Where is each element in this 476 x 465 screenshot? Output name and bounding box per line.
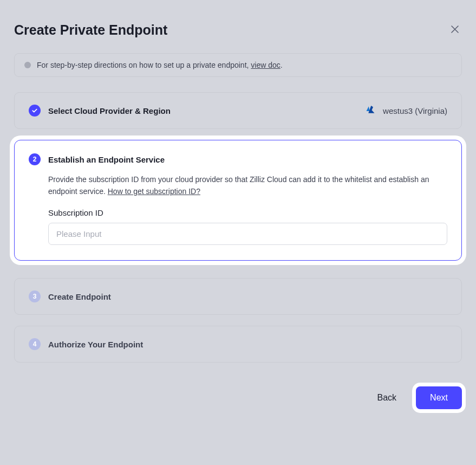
- step-1-card[interactable]: Select Cloud Provider & Region westus3 (…: [14, 92, 462, 129]
- create-private-endpoint-modal: Create Private Endpoint For step-by-step…: [4, 4, 472, 425]
- step-1-title: Select Cloud Provider & Region: [48, 106, 171, 115]
- step-4-title: Authorize Your Endpoint: [48, 340, 143, 349]
- back-button[interactable]: Back: [373, 388, 401, 408]
- step-2-number: 2: [29, 153, 41, 165]
- azure-icon: [365, 106, 376, 115]
- region-label: westus3 (Virginia): [383, 106, 447, 115]
- modal-title: Create Private Endpoint: [14, 22, 167, 38]
- step-4-card: 4 Authorize Your Endpoint: [14, 326, 462, 363]
- step-4-number: 4: [29, 338, 41, 350]
- modal-header: Create Private Endpoint: [4, 15, 472, 53]
- check-icon: [29, 105, 41, 117]
- step-2-description: Provide the subscription ID from your cl…: [48, 174, 447, 197]
- step-2-title: Establish an Endpoint Service: [48, 155, 165, 164]
- step-3-number: 3: [29, 290, 41, 302]
- subscription-id-input[interactable]: [48, 223, 447, 245]
- info-text: For step-by-step directions on how to se…: [37, 61, 283, 69]
- step-2-card: 2 Establish an Endpoint Service Provide …: [14, 140, 462, 261]
- next-button[interactable]: Next: [416, 386, 462, 409]
- view-doc-link[interactable]: view doc: [251, 61, 280, 69]
- info-icon: [24, 62, 31, 68]
- info-banner: For step-by-step directions on how to se…: [14, 53, 462, 77]
- how-to-get-subscription-id-link[interactable]: How to get subscription ID?: [108, 187, 200, 196]
- step-3-title: Create Endpoint: [48, 292, 111, 301]
- close-icon[interactable]: [448, 22, 462, 38]
- selected-region: westus3 (Virginia): [365, 106, 447, 115]
- subscription-id-label: Subscription ID: [48, 208, 447, 217]
- step-3-card: 3 Create Endpoint: [14, 278, 462, 315]
- modal-footer: Back Next: [4, 373, 472, 409]
